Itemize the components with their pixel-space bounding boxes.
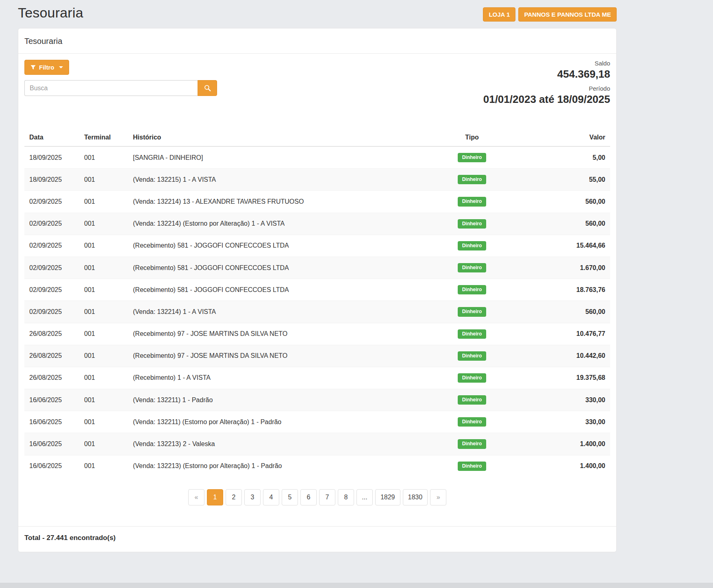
pagination-page[interactable]: 6: [300, 489, 317, 505]
cell-valor: 1.400,00: [513, 433, 610, 455]
cell-historico: (Recebimento) 97 - JOSE MARTINS DA SILVA…: [128, 323, 431, 345]
cell-data: 16/06/2025: [24, 455, 79, 477]
bottom-strip: [0, 583, 713, 588]
filter-search-column: Filtro: [24, 60, 217, 96]
saldo-value: 454.369,18: [483, 68, 610, 81]
cell-historico: (Recebimento) 97 - JOSE MARTINS DA SILVA…: [128, 345, 431, 367]
cell-valor: 330,00: [513, 411, 610, 433]
cell-valor: 560,00: [513, 301, 610, 323]
cell-data: 02/09/2025: [24, 279, 79, 301]
cell-historico: [SANGRIA - DINHEIRO]: [128, 146, 431, 169]
cell-historico: (Venda: 132214) 13 - ALEXANDRE TAVARES F…: [128, 191, 431, 213]
pagination-page[interactable]: 5: [282, 489, 298, 505]
cell-terminal: 001: [79, 411, 128, 433]
search-input[interactable]: [24, 80, 198, 96]
tipo-badge: Dinheiro: [458, 462, 487, 471]
cell-historico: (Recebimento) 581 - JOGGOFI CONFECCOES L…: [128, 279, 431, 301]
cell-valor: 18.763,76: [513, 279, 610, 301]
table-row: 26/08/2025 001 (Recebimento) 1 - A VISTA…: [24, 367, 610, 389]
chevron-down-icon: [59, 66, 63, 68]
cell-data: 16/06/2025: [24, 433, 79, 455]
pagination-page[interactable]: 3: [244, 489, 261, 505]
table-row: 02/09/2025 001 (Venda: 132214) 13 - ALEX…: [24, 191, 610, 213]
company-button[interactable]: PANNOS E PANNOS LTDA ME: [518, 7, 617, 22]
pagination-page[interactable]: 4: [263, 489, 279, 505]
pagination-page[interactable]: 7: [319, 489, 335, 505]
topbar: Tesouraria LOJA 1 PANNOS E PANNOS LTDA M…: [18, 5, 617, 22]
cell-data: 26/08/2025: [24, 345, 79, 367]
pagination-page[interactable]: 8: [338, 489, 354, 505]
total-count: Total - 27.441 encontrado(s): [18, 526, 616, 552]
cell-data: 16/06/2025: [24, 389, 79, 411]
table-row: 02/09/2025 001 (Recebimento) 581 - JOGGO…: [24, 235, 610, 257]
pagination-page[interactable]: 1829: [375, 489, 400, 505]
cell-valor: 10.442,60: [513, 345, 610, 367]
cell-valor: 10.476,77: [513, 323, 610, 345]
cell-terminal: 001: [79, 389, 128, 411]
cell-terminal: 001: [79, 345, 128, 367]
table-row: 18/09/2025 001 (Venda: 132215) 1 - A VIS…: [24, 169, 610, 191]
cell-tipo: Dinheiro: [431, 257, 513, 279]
cell-tipo: Dinheiro: [431, 191, 513, 213]
cell-valor: 15.464,66: [513, 235, 610, 257]
cell-data: 02/09/2025: [24, 257, 79, 279]
cell-tipo: Dinheiro: [431, 301, 513, 323]
tipo-badge: Dinheiro: [458, 175, 487, 184]
pagination-page[interactable]: 2: [226, 489, 242, 505]
cell-terminal: 001: [79, 279, 128, 301]
cell-historico: (Venda: 132214) 1 - A VISTA: [128, 301, 431, 323]
tipo-badge: Dinheiro: [458, 219, 487, 229]
table-row: 02/09/2025 001 (Venda: 132214) (Estorno …: [24, 213, 610, 235]
tipo-badge: Dinheiro: [458, 351, 487, 361]
cell-terminal: 001: [79, 257, 128, 279]
cell-data: 18/09/2025: [24, 146, 79, 169]
store-button[interactable]: LOJA 1: [483, 7, 515, 22]
cell-data: 26/08/2025: [24, 367, 79, 389]
cell-tipo: Dinheiro: [431, 169, 513, 191]
pagination-prev[interactable]: «: [188, 489, 204, 505]
cell-terminal: 001: [79, 301, 128, 323]
tesouraria-card: Tesouraria Filtro: [18, 28, 617, 552]
table-row: 16/06/2025 001 (Venda: 132213) 2 - Vales…: [24, 433, 610, 455]
saldo-label: Saldo: [483, 60, 610, 67]
cell-tipo: Dinheiro: [431, 389, 513, 411]
header-terminal: Terminal: [79, 129, 128, 146]
table-head: Data Terminal Histórico Tipo Valor: [24, 129, 610, 146]
table-row: 02/09/2025 001 (Recebimento) 581 - JOGGO…: [24, 257, 610, 279]
cell-valor: 1.670,00: [513, 257, 610, 279]
filter-label: Filtro: [39, 64, 54, 70]
filter-button[interactable]: Filtro: [24, 60, 69, 75]
pagination-page[interactable]: 1: [207, 489, 223, 505]
table-header-row: Data Terminal Histórico Tipo Valor: [24, 129, 610, 146]
table-row: 02/09/2025 001 (Venda: 132214) 1 - A VIS…: [24, 301, 610, 323]
cell-terminal: 001: [79, 455, 128, 477]
pagination-next[interactable]: »: [430, 489, 446, 505]
page-title: Tesouraria: [18, 5, 83, 21]
tipo-badge: Dinheiro: [458, 263, 487, 272]
cell-data: 26/08/2025: [24, 323, 79, 345]
periodo-label: Período: [483, 85, 610, 92]
table-row: 16/06/2025 001 (Venda: 132213) (Estorno …: [24, 455, 610, 477]
pagination-page[interactable]: ...: [356, 489, 373, 505]
tipo-badge: Dinheiro: [458, 307, 487, 316]
header-valor: Valor: [513, 129, 610, 146]
cell-terminal: 001: [79, 169, 128, 191]
table-wrap: Data Terminal Histórico Tipo Valor 18/09…: [24, 129, 610, 477]
cell-valor: 330,00: [513, 389, 610, 411]
cell-data: 02/09/2025: [24, 191, 79, 213]
cell-data: 02/09/2025: [24, 235, 79, 257]
tipo-badge: Dinheiro: [458, 153, 487, 162]
header-historico: Histórico: [128, 129, 431, 146]
filters-row: Filtro Saldo: [24, 60, 610, 110]
table-row: 16/06/2025 001 (Venda: 132211) 1 - Padrã…: [24, 389, 610, 411]
transactions-table: Data Terminal Histórico Tipo Valor 18/09…: [24, 129, 610, 477]
cell-tipo: Dinheiro: [431, 213, 513, 235]
cell-terminal: 001: [79, 146, 128, 169]
cell-historico: (Recebimento) 581 - JOGGOFI CONFECCOES L…: [128, 235, 431, 257]
tipo-badge: Dinheiro: [458, 417, 487, 427]
search-button[interactable]: [198, 80, 217, 96]
cell-tipo: Dinheiro: [431, 367, 513, 389]
cell-terminal: 001: [79, 433, 128, 455]
cell-data: 02/09/2025: [24, 301, 79, 323]
pagination-page[interactable]: 1830: [403, 489, 428, 505]
